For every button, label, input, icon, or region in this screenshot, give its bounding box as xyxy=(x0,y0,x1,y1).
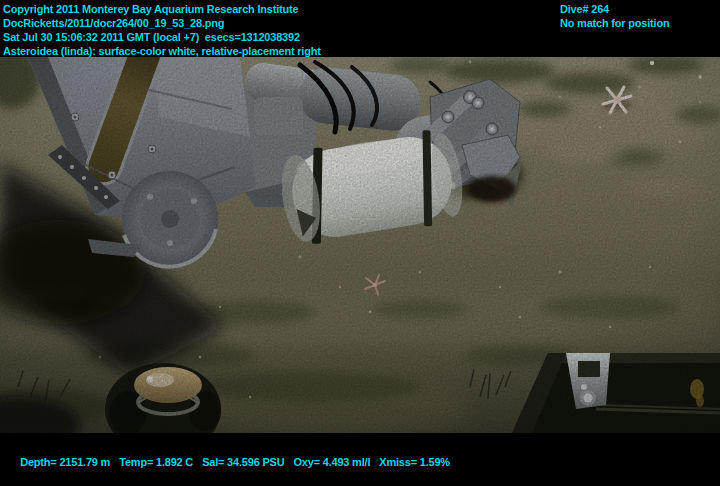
video-frame: Copyright 2011 Monterey Bay Aquarium Res… xyxy=(0,0,720,486)
ctd-readings-line: Depth= 2151.79 mTemp= 1.892 CSal= 34.596… xyxy=(3,441,459,483)
seafloor-scene-graphic xyxy=(0,57,720,433)
header-overlay: Copyright 2011 Monterey Bay Aquarium Res… xyxy=(0,0,720,57)
header-left-column: Copyright 2011 Monterey Bay Aquarium Res… xyxy=(3,2,321,58)
dive-number-label: Dive# 264 xyxy=(560,2,669,16)
timestamp-line: Sat Jul 30 15:06:32 2011 GMT (local +7) … xyxy=(3,30,321,44)
video-path-line: DocRicketts/2011/docr264/00_19_53_28.png xyxy=(3,16,321,30)
underwater-scene xyxy=(0,57,720,433)
status-bar: Depth= 2151.79 mTemp= 1.892 CSal= 34.596… xyxy=(0,433,720,486)
vignette xyxy=(0,57,720,433)
transmissivity-reading: Xmiss= 1.59% xyxy=(379,456,450,468)
copyright-line: Copyright 2011 Monterey Bay Aquarium Res… xyxy=(3,2,321,16)
temperature-reading: Temp= 1.892 C xyxy=(119,456,193,468)
header-right-column: Dive# 264 No match for position xyxy=(560,2,669,30)
depth-reading: Depth= 2151.79 m xyxy=(20,456,110,468)
position-status-label: No match for position xyxy=(560,16,669,30)
salinity-reading: Sal= 34.596 PSU xyxy=(202,456,284,468)
oxygen-reading: Oxy= 4.493 ml/l xyxy=(293,456,370,468)
annotation-line: Asteroidea (linda): surface-color white,… xyxy=(3,44,321,58)
